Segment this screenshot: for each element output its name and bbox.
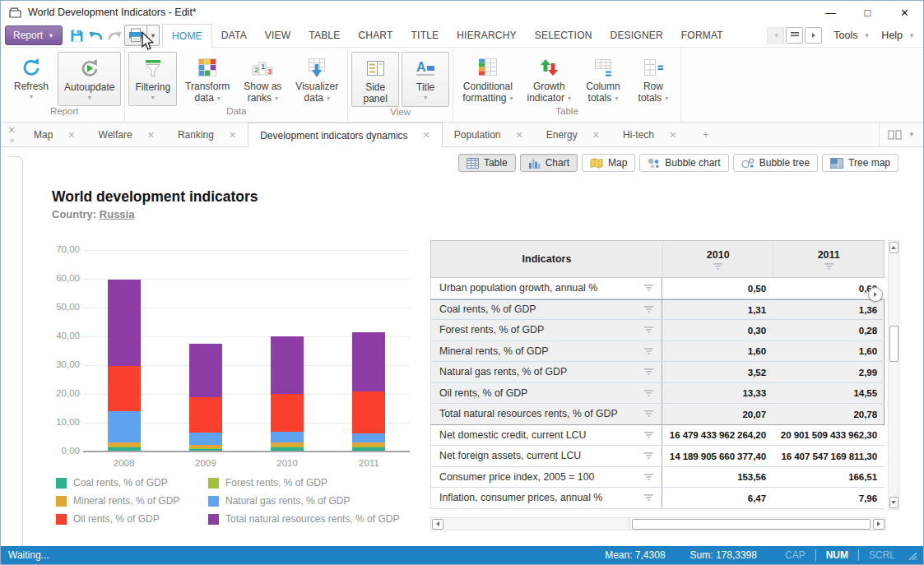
value-cell-2010[interactable]: 0,30: [662, 320, 773, 340]
value-cell-2010[interactable]: 6,47: [662, 488, 773, 508]
value-cell-2010[interactable]: 3,52: [662, 362, 773, 382]
tab-overflow-icon[interactable]: »: [10, 136, 14, 145]
legend-item[interactable]: Mineral rents, % of GDP: [56, 495, 208, 507]
tab-close-icon[interactable]: ✕: [516, 130, 523, 141]
indicator-cell[interactable]: Total natural resources rents, % of GDP: [430, 404, 662, 424]
tab-close-icon[interactable]: ✕: [423, 130, 430, 141]
scroll-left-button[interactable]: [432, 519, 443, 530]
bar-segment-total-natural-resources-rents[interactable]: [189, 344, 222, 397]
filter-icon[interactable]: [644, 410, 653, 417]
value-cell-2011[interactable]: 1,36: [773, 300, 885, 320]
bar-segment-total-natural-resources-rents[interactable]: [352, 332, 385, 392]
bar-segment-total-natural-resources-rents[interactable]: [108, 280, 141, 365]
chevron-down-icon[interactable]: ▼: [908, 131, 915, 138]
value-cell-2011[interactable]: 20,78: [773, 404, 885, 424]
ribbon-tab-selection[interactable]: SELECTION: [526, 24, 601, 47]
legend-item[interactable]: Oil rents, % of GDP: [56, 513, 208, 525]
value-cell-2010[interactable]: 16 479 433 962 264,20: [662, 425, 773, 446]
value-cell-2011[interactable]: 2,99: [773, 362, 885, 382]
value-cell-2011[interactable]: 166,51: [773, 467, 885, 488]
scroll-thumb[interactable]: [889, 326, 898, 362]
ribbon-button-growth-indicator[interactable]: Growthindicator▾: [522, 52, 577, 106]
split-view-icon[interactable]: [888, 129, 902, 141]
table-row[interactable]: Natural gas rents, % of GDP3,522,99: [430, 362, 885, 383]
filter-icon[interactable]: [644, 348, 653, 354]
tab-close-icon[interactable]: ✕: [669, 130, 676, 141]
value-cell-2011[interactable]: 20 901 509 433 962,30: [773, 425, 885, 446]
column-header-2010[interactable]: 2010: [662, 241, 773, 277]
filter-icon[interactable]: [824, 263, 833, 270]
sheet-tab-population[interactable]: Population✕: [443, 123, 535, 146]
ribbon-button-conditional-formatting[interactable]: Conditionalformatting▾: [457, 52, 518, 106]
value-cell-2010[interactable]: 0,50: [662, 278, 773, 299]
bar-segment-forest-rents[interactable]: [271, 447, 304, 447]
indicator-cell[interactable]: Inflation, consumer prices, annual %: [430, 488, 662, 508]
ribbon-button-filtering[interactable]: Filtering▾: [128, 52, 177, 106]
table-row[interactable]: Forest rents, % of GDP0,300,28: [430, 320, 885, 341]
value-cell-2011[interactable]: 1,60: [773, 341, 885, 362]
ribbon-button-column-totals[interactable]: Columntotals▾: [579, 52, 627, 106]
ribbon-button-side-panel[interactable]: Sidepanel: [351, 52, 399, 107]
tools-menu[interactable]: Tools▼: [833, 30, 870, 41]
bar-segment-mineral-rents[interactable]: [352, 442, 385, 447]
resize-grip[interactable]: [907, 550, 917, 560]
scroll-right-button[interactable]: [873, 519, 885, 530]
tab-close-icon[interactable]: ✕: [147, 130, 155, 141]
ribbon-tab-designer[interactable]: DESIGNER: [601, 24, 672, 47]
ribbon-tab-table[interactable]: TABLE: [299, 24, 349, 47]
bar-segment-mineral-rents[interactable]: [189, 445, 222, 447]
ribbon-button-show-as-ranks[interactable]: 213Show asranks▾: [238, 52, 287, 106]
indicator-cell[interactable]: Net foreign assets, current LCU: [430, 446, 662, 466]
view-button-table[interactable]: Table: [458, 154, 516, 172]
ribbon-tab-chart[interactable]: CHART: [349, 24, 402, 47]
view-button-bubble-tree[interactable]: Bubble tree: [733, 154, 818, 172]
ribbon-nav-forward-button[interactable]: [805, 27, 822, 44]
bar-segment-oil-rents[interactable]: [189, 397, 222, 433]
value-cell-2010[interactable]: 13,33: [662, 383, 773, 404]
country-link[interactable]: Russia: [100, 208, 135, 220]
tab-close-icon[interactable]: ✕: [67, 130, 75, 141]
ribbon-tab-title[interactable]: TITLE: [402, 24, 448, 47]
bar-segment-forest-rents[interactable]: [352, 447, 385, 447]
tab-close-icon[interactable]: ✕: [592, 130, 600, 141]
sheet-tab-welfare[interactable]: Welfare✕: [87, 123, 166, 146]
indicator-cell[interactable]: Forest rents, % of GDP: [430, 320, 662, 340]
ribbon-button-refresh[interactable]: Refresh▾: [7, 52, 55, 106]
bar-segment-oil-rents[interactable]: [271, 394, 304, 433]
help-menu[interactable]: Help▼: [881, 30, 915, 41]
indicator-cell[interactable]: Consumer price index, 2005 = 100: [430, 467, 662, 488]
ribbon-tab-data[interactable]: DATA: [212, 24, 256, 47]
table-row[interactable]: Urban population growth, annual %0,500,6…: [430, 278, 885, 299]
value-cell-2011[interactable]: 7,96: [773, 488, 885, 508]
filter-icon[interactable]: [644, 285, 653, 291]
bar-segment-natural-gas-rents[interactable]: [189, 433, 222, 445]
value-cell-2011[interactable]: 16 407 547 169 811,30: [773, 446, 885, 466]
ribbon-button-row-totals[interactable]: Rowtotals▾: [629, 52, 677, 106]
view-button-chart[interactable]: Chart: [520, 154, 578, 172]
sheet-tab-map[interactable]: Map✕: [22, 123, 87, 146]
table-row[interactable]: Inflation, consumer prices, annual %6,47…: [430, 488, 885, 509]
scroll-down-button[interactable]: [889, 497, 898, 508]
column-header-indicators[interactable]: Indicators: [431, 241, 662, 277]
filter-icon[interactable]: [644, 452, 653, 459]
indicator-cell[interactable]: Oil rents, % of GDP: [430, 383, 662, 404]
scroll-thumb[interactable]: [632, 519, 871, 530]
legend-item[interactable]: Natural gas rents, % of GDP: [208, 495, 399, 507]
indicator-cell[interactable]: Coal rents, % of GDP: [430, 300, 662, 320]
bar-segment-mineral-rents[interactable]: [271, 442, 304, 447]
value-cell-2011[interactable]: 0,28: [773, 320, 885, 340]
ribbon-tab-hierarchy[interactable]: HIERARCHY: [448, 24, 525, 47]
ribbon-button-autoupdate[interactable]: Autoupdate▾: [58, 52, 121, 106]
ribbon-tab-view[interactable]: VIEW: [256, 24, 299, 47]
close-tab-icon[interactable]: ✕: [7, 125, 15, 136]
minimize-button[interactable]: —: [812, 1, 849, 24]
save-button[interactable]: [67, 25, 86, 46]
ribbon-button-transform-data[interactable]: Transformdata▾: [179, 52, 235, 106]
filter-icon[interactable]: [644, 306, 653, 313]
indicator-cell[interactable]: Urban population growth, annual %: [430, 278, 662, 299]
table-row[interactable]: Oil rents, % of GDP13,3314,55: [430, 383, 885, 405]
ribbon-button-title[interactable]: ATitle▾: [402, 52, 449, 107]
column-header-2011[interactable]: 2011: [773, 241, 884, 277]
ribbon-tab-home[interactable]: HOME: [162, 24, 212, 48]
filter-icon[interactable]: [644, 432, 653, 438]
